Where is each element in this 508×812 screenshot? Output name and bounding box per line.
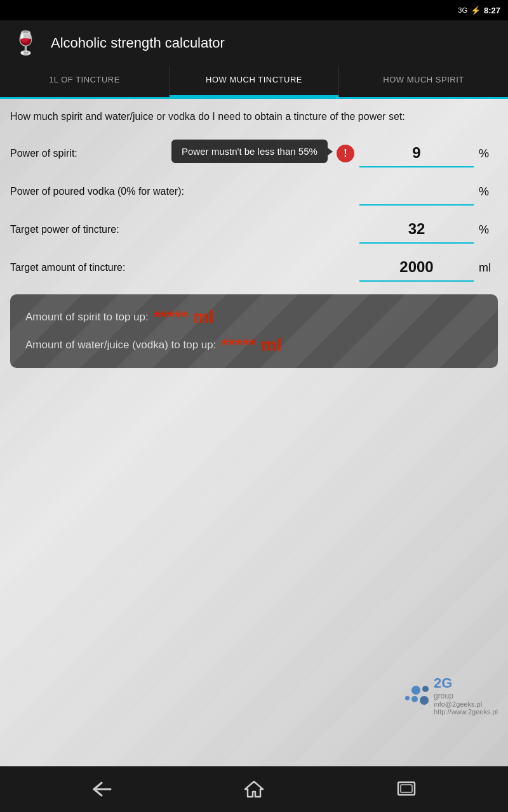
tab-bar: 1L OF TINCTURE HOW MUCH TINCTURE HOW MUC… xyxy=(0,66,508,99)
power-vodka-label: Power of poured vodka (0% for water): xyxy=(10,186,359,197)
target-amount-unit: ml xyxy=(479,261,498,275)
water-result-unit: ml xyxy=(261,335,282,355)
app-title: Alcoholic strength calculator xyxy=(51,35,225,51)
dot-4 xyxy=(411,696,418,702)
dot-1 xyxy=(411,686,420,695)
svg-marker-1 xyxy=(245,782,263,797)
target-amount-row: Target amount of tincture: ml xyxy=(10,254,498,282)
back-button[interactable] xyxy=(83,776,121,802)
water-result-label: Amount of water/juice (vodka) to top up: xyxy=(25,339,217,351)
description-text: How much spirit and water/juice or vodka… xyxy=(10,109,498,124)
main-content: How much spirit and water/juice or vodka… xyxy=(0,99,508,766)
error-tooltip: Power mustn't be less than 55% xyxy=(171,140,328,163)
target-power-label: Target power of tincture: xyxy=(10,224,359,235)
recent-button[interactable] xyxy=(387,776,425,802)
dot-3 xyxy=(405,696,410,700)
home-button[interactable] xyxy=(235,776,273,802)
logo-email: info@2geeks.pl xyxy=(434,700,498,708)
back-arrow-icon xyxy=(91,782,112,797)
power-spirit-unit: % xyxy=(479,147,498,160)
power-spirit-tooltip-container: Power mustn't be less than 55% ! xyxy=(337,145,354,162)
dot-5 xyxy=(420,696,429,705)
logo-2g: 2G xyxy=(434,675,498,691)
power-vodka-input[interactable] xyxy=(359,178,474,206)
water-result-row: Amount of water/juice (vodka) to top up:… xyxy=(25,335,483,355)
tab-how-much-tincture[interactable]: HOW MUCH TINCTURE xyxy=(170,66,339,97)
spirit-result-label: Amount of spirit to top up: xyxy=(25,311,149,324)
power-vodka-row: Power of poured vodka (0% for water): % xyxy=(10,178,498,206)
power-vodka-value-container: % xyxy=(359,178,498,206)
water-result-value: ***** xyxy=(222,335,256,355)
logo-text-area: 2G group info@2geeks.pl http://www.2geek… xyxy=(434,675,498,716)
watermark: 2G group info@2geeks.pl http://www.2geek… xyxy=(405,675,498,716)
logo-website: http://www.2geeks.pl xyxy=(434,708,498,716)
tab-1l-of-tincture[interactable]: 1L OF TINCTURE xyxy=(0,66,170,97)
recent-apps-icon xyxy=(397,781,416,797)
power-spirit-row: Power of spirit: Power mustn't be less t… xyxy=(10,140,498,167)
spirit-result-row: Amount of spirit to top up: ***** ml xyxy=(25,307,483,327)
target-amount-input[interactable] xyxy=(359,254,474,282)
logo-group: group xyxy=(434,691,498,700)
power-spirit-value-container: Power mustn't be less than 55% ! % xyxy=(337,140,498,167)
dot-2 xyxy=(422,686,429,692)
status-bar: 3G ⚡ 8:27 xyxy=(0,0,508,20)
target-amount-label: Target amount of tincture: xyxy=(10,262,359,273)
tab-how-much-spirit[interactable]: HOW MUCH SPIRIT xyxy=(339,66,508,97)
target-amount-value-container: ml xyxy=(359,254,498,282)
error-icon: ! xyxy=(337,145,354,162)
power-vodka-unit: % xyxy=(479,185,498,199)
app-logo: 🍷 xyxy=(10,28,41,58)
target-power-unit: % xyxy=(479,223,498,237)
clock: 8:27 xyxy=(484,6,500,15)
target-power-value-container: % xyxy=(359,216,498,244)
logo-dots xyxy=(405,686,429,705)
target-power-row: Target power of tincture: % xyxy=(10,216,498,244)
spirit-result-value: ***** xyxy=(154,307,188,327)
bottom-nav xyxy=(0,766,508,812)
signal-icon: 3G xyxy=(458,6,467,14)
app-header: 🍷 Alcoholic strength calculator xyxy=(0,20,508,66)
spirit-result-unit: ml xyxy=(193,307,214,327)
home-icon xyxy=(244,780,264,798)
results-box: Amount of spirit to top up: ***** ml Amo… xyxy=(10,294,498,368)
wine-glass-icon: 🍷 xyxy=(11,30,40,56)
target-power-input[interactable] xyxy=(359,216,474,244)
power-spirit-input[interactable] xyxy=(359,140,474,167)
status-icons: 3G ⚡ 8:27 xyxy=(458,6,500,15)
svg-rect-3 xyxy=(401,785,412,792)
battery-icon: ⚡ xyxy=(471,6,481,15)
